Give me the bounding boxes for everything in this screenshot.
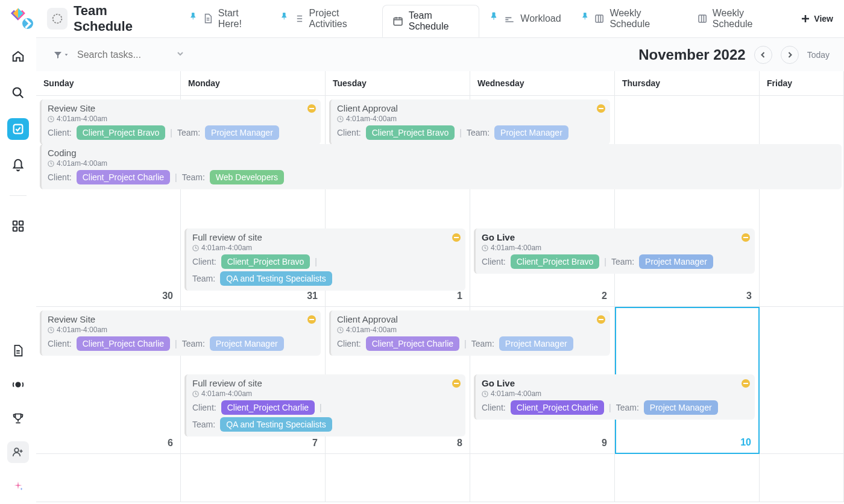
- date-number: 3: [746, 291, 752, 301]
- status-icon: [452, 233, 461, 242]
- event-time: 4:01am-4:00am: [48, 115, 315, 123]
- status-icon: [452, 379, 461, 388]
- sidebar-expand-icon[interactable]: [22, 18, 33, 29]
- pin-icon: [489, 11, 499, 21]
- pin-icon: [581, 11, 590, 21]
- trophy-icon[interactable]: [7, 408, 29, 429]
- prev-month-button[interactable]: [754, 46, 772, 64]
- tab-start-here[interactable]: Start Here!: [179, 0, 270, 37]
- team-tag: Project Manager: [499, 336, 573, 351]
- event-go-live-bravo[interactable]: Go Live 4:01am-4:00am Client: Client_Pro…: [474, 228, 755, 274]
- doc-icon[interactable]: [7, 340, 29, 362]
- client-tag: Client_Project Charlie: [221, 400, 315, 415]
- tab-project-activities[interactable]: Project Activities: [270, 0, 383, 37]
- add-view-button[interactable]: View: [790, 0, 844, 37]
- tab-weekly-schedule-1[interactable]: Weekly Schedule: [571, 0, 687, 37]
- apps-icon[interactable]: [7, 215, 29, 237]
- calendar-cell[interactable]: [760, 96, 844, 307]
- calendar-cell[interactable]: 3: [615, 96, 760, 307]
- calendar-cell[interactable]: [615, 454, 760, 502]
- event-client-approval-charlie[interactable]: Client Approval 4:01am-4:00am Client: Cl…: [329, 310, 610, 356]
- tab-weekly-schedule-2[interactable]: Weekly Schedule: [687, 0, 790, 37]
- date-number: 10: [740, 437, 751, 448]
- calendar-row: [36, 454, 844, 502]
- team-tag: Web Developers: [210, 170, 284, 184]
- app-logo[interactable]: [8, 6, 28, 27]
- search-dropdown-icon[interactable]: [176, 49, 184, 60]
- day-header-friday: Friday: [760, 71, 844, 95]
- date-number: 31: [307, 291, 318, 301]
- client-tag: Client_Project Bravo: [366, 125, 455, 140]
- day-header-wednesday: Wednesday: [470, 71, 615, 95]
- pin-icon: [280, 11, 289, 21]
- client-tag: Client_Project Bravo: [221, 254, 310, 269]
- event-title: Go Live: [482, 378, 749, 388]
- client-tag: Client_Project Charlie: [77, 170, 170, 184]
- workload-icon: [503, 13, 515, 25]
- day-header-tuesday: Tuesday: [326, 71, 470, 95]
- tab-team-schedule[interactable]: Team Schedule: [382, 5, 479, 37]
- event-review-site-charlie[interactable]: Review Site 4:01am-4:00am Client: Client…: [40, 310, 321, 356]
- today-button[interactable]: Today: [807, 50, 830, 60]
- date-number: 2: [602, 291, 607, 301]
- filter-icon[interactable]: [53, 50, 69, 60]
- search-icon[interactable]: [7, 82, 29, 104]
- topbar: Team Schedule Start Here! Project Activi…: [36, 0, 844, 37]
- svg-rect-5: [19, 227, 23, 231]
- record-icon[interactable]: [7, 374, 29, 395]
- tasks-icon[interactable]: [7, 118, 29, 140]
- next-month-button[interactable]: [781, 46, 799, 64]
- event-review-site-bravo[interactable]: Review Site 4:01am-4:00am Client: Client…: [40, 99, 321, 145]
- tab-label: Weekly Schedule: [609, 8, 677, 30]
- event-time: 4:01am-4:00am: [337, 115, 604, 123]
- calendar-cell[interactable]: [760, 454, 844, 502]
- status-icon: [597, 315, 605, 324]
- svg-rect-9: [394, 18, 403, 25]
- client-tag: Client_Project Bravo: [77, 125, 166, 140]
- svg-point-7: [14, 448, 19, 452]
- event-time: 4:01am-4:00am: [48, 326, 315, 334]
- team-tag: Project Manager: [205, 125, 279, 140]
- event-time: 4:01am-4:00am: [192, 389, 459, 398]
- event-full-review-charlie[interactable]: Full review of site 4:01am-4:00am Client…: [184, 374, 465, 436]
- tab-label: Team Schedule: [409, 10, 470, 32]
- client-tag: Client_Project Bravo: [511, 254, 600, 269]
- search-input[interactable]: [77, 49, 174, 60]
- home-icon[interactable]: [7, 46, 29, 68]
- event-coding-charlie[interactable]: Coding 4:01am-4:00am Client: Client_Proj…: [40, 144, 842, 189]
- event-title: Go Live: [482, 232, 749, 242]
- page-title-icon: [47, 8, 68, 30]
- team-tag: QA and Testing Specialists: [220, 417, 332, 432]
- event-go-live-charlie[interactable]: Go Live 4:01am-4:00am Client: Client_Pro…: [474, 374, 755, 420]
- date-number: 1: [457, 291, 462, 301]
- team-label: Team:: [177, 128, 200, 137]
- date-number: 9: [602, 438, 607, 449]
- calendar-cell[interactable]: [326, 454, 470, 502]
- add-user-icon[interactable]: [7, 441, 29, 463]
- event-time: 4:01am-4:00am: [48, 159, 836, 168]
- svg-point-0: [13, 88, 21, 96]
- team-tag: Project Manager: [644, 400, 718, 415]
- event-full-review-bravo[interactable]: Full review of site 4:01am-4:00am Client…: [184, 228, 465, 291]
- page-title: Team Schedule: [74, 3, 165, 34]
- columns-icon: [697, 13, 708, 25]
- calendar-cell[interactable]: [760, 307, 844, 454]
- plus-icon: [801, 14, 810, 24]
- calendar-cell[interactable]: [181, 454, 326, 502]
- date-number: 30: [162, 291, 173, 301]
- event-client-approval-bravo[interactable]: Client Approval 4:01am-4:00am Client: Cl…: [329, 99, 610, 145]
- calendar-cell[interactable]: [470, 454, 615, 502]
- team-tag: QA and Testing Specialists: [220, 271, 332, 286]
- add-view-label: View: [814, 14, 833, 24]
- filter-bar: November 2022 Today: [36, 37, 844, 71]
- client-tag: Client_Project Charlie: [511, 400, 604, 415]
- event-title: Client Approval: [337, 314, 604, 324]
- calendar-cell[interactable]: [36, 454, 181, 502]
- tab-workload[interactable]: Workload: [479, 0, 570, 37]
- tab-label: Start Here!: [218, 8, 260, 30]
- sparkle-icon[interactable]: [7, 475, 29, 497]
- event-time: 4:01am-4:00am: [192, 244, 459, 252]
- event-title: Review Site: [48, 103, 315, 113]
- day-header-sunday: Sunday: [36, 71, 181, 95]
- notifications-icon[interactable]: [7, 154, 29, 176]
